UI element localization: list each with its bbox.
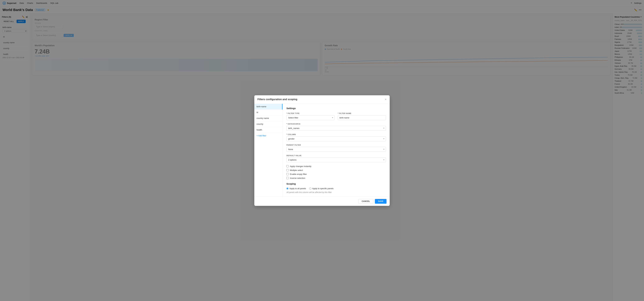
column-select-wrapper: gender: [286, 136, 386, 141]
multiple-select-label: Multiple select: [290, 169, 303, 171]
modal-footer: CANCEL SAVE: [254, 197, 390, 206]
apply-specific-radio-input[interactable]: [309, 187, 311, 190]
modal-filter-item-country-name[interactable]: country name 🗑: [254, 115, 282, 121]
apply-instantly-label: Apply changes instantly: [290, 165, 312, 167]
datasource-select-wrapper: birth_names: [286, 126, 386, 131]
datasource-group: * DATASOURCE birth_names: [286, 123, 386, 131]
filters-config-modal: Filters configuration and scoping × birt…: [254, 95, 390, 206]
column-group: * COLUMN gender: [286, 134, 386, 141]
datasource-label: * DATASOURCE: [286, 123, 386, 125]
default-value-select[interactable]: 2 options: [286, 157, 386, 162]
multiple-select-input[interactable]: [286, 169, 289, 171]
datasource-select[interactable]: birth_names: [286, 126, 386, 131]
scoping-note: All panels with this column will be affe…: [286, 191, 386, 193]
default-value-group: DEFAULT VALUE 2 options: [286, 155, 386, 162]
enable-empty-filter-input[interactable]: [286, 173, 289, 175]
modal-filter-item-health[interactable]: health 🗑: [254, 127, 282, 133]
apply-specific-label: Apply to specific panels: [312, 187, 334, 190]
inverse-selection-input[interactable]: [286, 177, 289, 179]
apply-all-label: Apply to all panels: [290, 187, 306, 190]
filter-type-select-wrapper: Select filter: [286, 115, 334, 120]
modal-filter-item-id[interactable]: id 🗑: [254, 110, 282, 115]
apply-instantly-checkbox[interactable]: Apply changes instantly: [286, 165, 386, 167]
apply-instantly-input[interactable]: [286, 165, 289, 167]
scoping-title: Scoping: [286, 182, 386, 185]
filter-name-group: * FILTER NAME: [338, 112, 386, 120]
scoping-radio-group: Apply to all panels Apply to specific pa…: [286, 187, 386, 190]
modal-title: Filters configuration and scoping: [258, 98, 297, 101]
filter-type-group: * FILTER TYPE Select filter: [286, 112, 334, 120]
cancel-button[interactable]: CANCEL: [358, 199, 373, 204]
modal-overlay[interactable]: Filters configuration and scoping × birt…: [0, 0, 644, 301]
inverse-selection-checkbox[interactable]: Inverse selection: [286, 177, 386, 179]
parent-filter-group: PARENT FILTER None: [286, 144, 386, 152]
modal-filter-item-birth-name[interactable]: birth-name 🗑: [254, 104, 282, 110]
modal-filter-item-counrty[interactable]: counrty 🗑: [254, 121, 282, 127]
apply-specific-panels-radio[interactable]: Apply to specific panels: [309, 187, 334, 190]
filter-name-input[interactable]: [338, 115, 386, 120]
filter-type-label: * FILTER TYPE: [286, 112, 334, 114]
default-value-select-wrapper: 2 options: [286, 157, 386, 162]
modal-settings-panel: Settings * FILTER TYPE Select filter * F…: [283, 104, 390, 197]
enable-empty-filter-label: Enable empty filter: [290, 173, 307, 175]
filter-type-select[interactable]: Select filter: [286, 115, 334, 120]
modal-filter-list: birth-name 🗑 id 🗑 country name 🗑 counrty…: [254, 104, 283, 197]
save-button[interactable]: SAVE: [375, 199, 386, 204]
column-label: * COLUMN: [286, 134, 386, 135]
apply-all-radio-input[interactable]: [286, 187, 288, 190]
modal-header: Filters configuration and scoping ×: [254, 95, 390, 104]
inverse-selection-label: Inverse selection: [290, 177, 305, 179]
add-filter-button[interactable]: + Add filter: [254, 133, 282, 138]
modal-close-button[interactable]: ×: [385, 98, 386, 101]
parent-filter-label: PARENT FILTER: [286, 144, 386, 146]
settings-title: Settings: [286, 107, 386, 110]
filter-name-label: * FILTER NAME: [338, 112, 386, 114]
modal-body: birth-name 🗑 id 🗑 country name 🗑 counrty…: [254, 104, 390, 197]
parent-filter-select-wrapper: None: [286, 147, 386, 152]
apply-all-panels-radio[interactable]: Apply to all panels: [286, 187, 306, 190]
enable-empty-filter-checkbox[interactable]: Enable empty filter: [286, 173, 386, 175]
scoping-section: Scoping Apply to all panels Apply to spe…: [286, 182, 386, 193]
filter-type-name-row: * FILTER TYPE Select filter * FILTER NAM…: [286, 112, 386, 120]
multiple-select-checkbox[interactable]: Multiple select: [286, 169, 386, 171]
options-checkboxes: Apply changes instantly Multiple select …: [286, 165, 386, 179]
parent-filter-select[interactable]: None: [286, 147, 386, 152]
column-select[interactable]: gender: [286, 136, 386, 141]
default-value-label: DEFAULT VALUE: [286, 155, 386, 156]
